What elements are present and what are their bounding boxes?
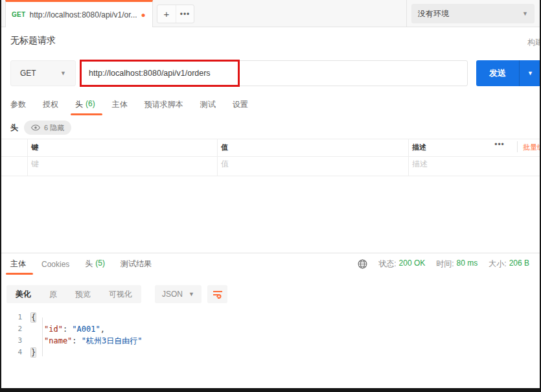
response-language-dropdown[interactable]: JSON ▼ [155, 285, 201, 303]
response-tab-cookies[interactable]: Cookies [41, 260, 69, 269]
tab-tests[interactable]: 测试 [200, 99, 216, 110]
language-value: JSON [162, 290, 183, 299]
line-number: 2 [1, 323, 31, 335]
method-value: GET [20, 69, 36, 78]
tab-settings[interactable]: 设置 [233, 99, 248, 110]
code-line: 1 { [1, 312, 540, 323]
table-border [1, 139, 540, 139]
postman-window: GET http://localhost:8080/api/v1/or... ●… [0, 0, 541, 392]
table-column-divider [408, 139, 409, 176]
line-number: 3 [1, 335, 31, 347]
new-header-key-input[interactable] [31, 159, 213, 168]
more-tabs-button[interactable]: ••• [176, 5, 194, 23]
url-value: http://localhost:8080/api/v1/orders [89, 69, 211, 78]
environment-selector[interactable]: 没有环境 ▼ [411, 4, 535, 23]
unsaved-dot-icon: ● [141, 11, 146, 19]
response-status-bar: 状态: 200 OK 时间: 80 ms 大小: 206 B [358, 259, 529, 270]
response-divider [1, 253, 540, 253]
view-mode-raw[interactable]: 原 [40, 289, 66, 300]
response-body-editor[interactable]: 1 { 2 "id": "A001", 3 "name": "杭州3日自由行" … [1, 312, 540, 358]
hidden-headers-toggle[interactable]: 6 隐藏 [24, 121, 71, 135]
active-tab-underline [6, 273, 33, 275]
tab-authorization[interactable]: 授权 [43, 99, 58, 110]
wrap-text-button[interactable] [207, 285, 227, 303]
view-mode-preview[interactable]: 预览 [66, 289, 100, 300]
response-view-modes: 美化 原 预览 可视化 [6, 285, 141, 303]
response-size: 大小: 206 B [489, 259, 529, 270]
headers-count-badge: (6) [86, 99, 95, 110]
table-border [1, 176, 540, 176]
table-options-button[interactable]: ••• [489, 140, 511, 149]
new-header-description-input[interactable] [412, 159, 509, 168]
chevron-down-icon: ▼ [522, 10, 528, 17]
active-tab-underline [71, 113, 102, 115]
open-request-tab[interactable]: GET http://localhost:8080/api/v1/or... ● [5, 0, 153, 27]
url-input[interactable]: http://localhost:8080/api/v1/orders [80, 60, 468, 86]
code-line: 2 "id": "A001", [1, 323, 540, 335]
table-border [1, 156, 540, 157]
line-number: 1 [1, 312, 31, 323]
tab-pre-request-script[interactable]: 预请求脚本 [144, 99, 183, 110]
send-button-group: 发送 ▼ [476, 60, 541, 86]
code-line: 3 "name": "杭州3日自由行" [1, 335, 540, 347]
column-header-description: 描述 [412, 143, 426, 152]
tab-params[interactable]: 参数 [10, 99, 26, 110]
response-tab-test-results[interactable]: 测试结果 [121, 259, 152, 270]
response-tabs: 主体 Cookies 头 (5) 测试结果 [10, 259, 152, 270]
line-number: 4 [1, 347, 31, 358]
tab-headers[interactable]: 头 (6) [75, 99, 95, 110]
table-column-divider [217, 139, 218, 176]
response-tab-headers[interactable]: 头 (5) [85, 259, 105, 270]
tab-url-text: http://localhost:8080/api/v1/or... [29, 10, 137, 19]
column-header-key: 键 [31, 143, 38, 152]
new-tab-button[interactable]: + [157, 5, 176, 23]
eye-icon [31, 124, 40, 131]
tab-body[interactable]: 主体 [112, 99, 128, 110]
status-code: 状态: 200 OK [378, 259, 425, 270]
new-header-value-input[interactable] [221, 159, 402, 168]
bulk-edit-link[interactable]: 批量编辑 [523, 143, 541, 152]
response-tab-body[interactable]: 主体 [10, 259, 26, 270]
header-divider [517, 141, 518, 152]
tab-actions: + ••• [157, 5, 194, 23]
build-mode-label: 构建 [527, 37, 541, 48]
headers-meta: 头 6 隐藏 [10, 121, 71, 135]
view-mode-pretty[interactable]: 美化 [6, 289, 40, 300]
code-line: 4 } [1, 347, 540, 358]
table-column-divider [27, 139, 28, 176]
response-headers-count-badge: (5) [95, 259, 105, 270]
request-tabs: 参数 授权 头 (6) 主体 预请求脚本 测试 设置 [10, 96, 248, 113]
environment-value: 没有环境 [418, 8, 449, 19]
view-mode-visualize[interactable]: 可视化 [100, 289, 141, 300]
tab-method-badge: GET [12, 11, 25, 18]
tabbar-divider [406, 0, 407, 27]
send-button[interactable]: 发送 [476, 60, 519, 86]
wrap-text-icon [213, 290, 223, 299]
response-time: 时间: 80 ms [436, 259, 478, 270]
chevron-down-icon: ▼ [189, 291, 194, 297]
send-options-caret[interactable]: ▼ [519, 60, 541, 86]
request-title: 无标题请求 [10, 35, 56, 47]
headers-section-title: 头 [10, 122, 18, 133]
hidden-headers-label: 6 隐藏 [44, 123, 64, 133]
chevron-down-icon: ▼ [60, 70, 66, 76]
column-header-value: 值 [221, 143, 228, 152]
request-tab-bar: GET http://localhost:8080/api/v1/or... ●… [1, 0, 540, 27]
method-select[interactable]: GET ▼ [10, 60, 76, 86]
network-globe-icon[interactable] [358, 259, 367, 269]
